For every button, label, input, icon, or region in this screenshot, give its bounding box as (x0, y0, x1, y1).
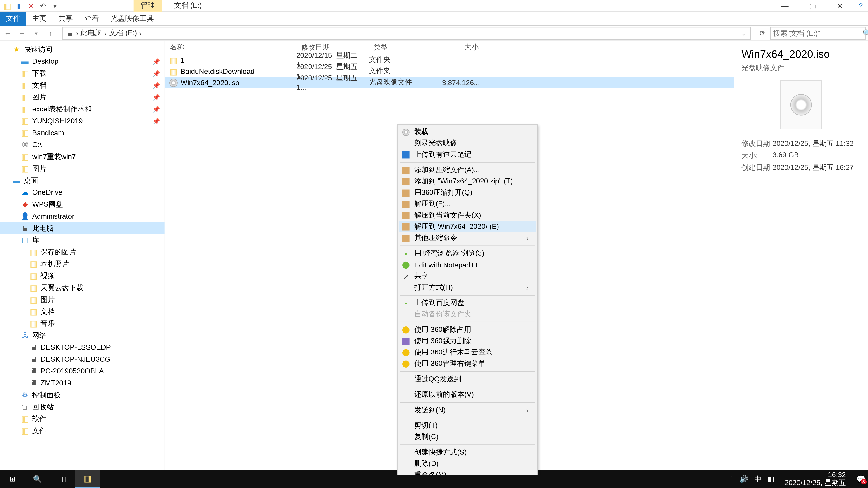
menu-item[interactable]: 使用 360解除占用 (399, 324, 536, 335)
tree-item[interactable]: ▥excel表格制作求和📌 (0, 103, 164, 115)
menu-item[interactable]: •上传到百度网盘 (399, 297, 536, 308)
tree-item[interactable]: 🗑回收站 (0, 401, 164, 413)
tree-item[interactable]: ▥保存的图片 (0, 246, 164, 258)
tree-item[interactable]: 🖥PC-20190530OBLA (0, 365, 164, 377)
menu-item[interactable]: 重命名(M) (399, 469, 536, 475)
menu-item[interactable]: •用 蜂蜜浏览器 浏览(3) (399, 248, 536, 259)
tab-file[interactable]: 文件 (0, 11, 26, 25)
tree-item[interactable]: ▥win7重装win7 (0, 151, 164, 163)
qat-undo-icon[interactable]: ↶ (38, 1, 48, 10)
start-button[interactable]: ⊞ (0, 470, 25, 488)
help-button[interactable]: ? (854, 0, 868, 11)
tree-item[interactable]: ▥图片 (0, 294, 164, 306)
tree-item[interactable]: 🖥DESKTOP-LSSOEDP (0, 341, 164, 353)
tree-item[interactable]: ☁OneDrive (0, 186, 164, 198)
refresh-button[interactable]: ⟳ (756, 26, 769, 39)
tree-item[interactable]: 🖥ZMT2019 (0, 377, 164, 389)
tree-item[interactable]: ▥视频 (0, 270, 164, 282)
back-button[interactable]: ← (1, 26, 14, 39)
tree-item[interactable]: 🖥此电脑 (0, 222, 164, 234)
tab-disc-image-tools[interactable]: 光盘映像工具 (105, 11, 160, 25)
menu-item[interactable]: 删除(D) (399, 458, 536, 469)
menu-item[interactable]: 添加到 "Win7x64_2020.zip" (T) (399, 176, 536, 187)
menu-item[interactable]: 上传到有道云笔记 (399, 149, 536, 160)
column-size[interactable]: 大小 (430, 42, 483, 53)
menu-item[interactable]: 打开方式(H)› (399, 282, 536, 293)
menu-item[interactable]: 解压到(F)... (399, 198, 536, 210)
search-icon[interactable]: 🔍 (863, 29, 868, 37)
forward-button[interactable]: → (16, 26, 29, 39)
tray-chevron-icon[interactable]: ˄ (730, 475, 733, 483)
ime-indicator[interactable]: 中 (754, 474, 762, 484)
search-input[interactable] (773, 29, 863, 37)
tree-item[interactable]: ▥下载📌 (0, 67, 164, 79)
search-button[interactable]: 🔍 (25, 470, 50, 488)
tree-item[interactable]: ▥Bandicam (0, 127, 164, 139)
tree-item[interactable]: ▥文档 (0, 306, 164, 318)
tree-item[interactable]: ▥文件 (0, 425, 164, 437)
tree-item[interactable]: ◆WPS网盘 (0, 198, 164, 210)
tree-item[interactable]: ▥YUNQISHI2019📌 (0, 115, 164, 127)
menu-item[interactable]: 发送到(N)› (399, 404, 536, 416)
search-box[interactable]: 🔍 (770, 26, 866, 39)
column-type[interactable]: 类型 (369, 42, 430, 53)
menu-item[interactable]: 还原以前的版本(V) (399, 389, 536, 400)
tree-item[interactable]: ★快速访问 (0, 43, 164, 56)
tree-item[interactable]: ▤库 (0, 234, 164, 246)
menu-item[interactable]: 用360压缩打开(Q) (399, 187, 536, 198)
menu-item[interactable]: 解压到 Win7x64_2020\ (E) (399, 221, 536, 232)
tree-item[interactable]: ▬Desktop📌 (0, 55, 164, 67)
file-list[interactable]: ▥12020/12/15, 星期二 1...文件夹▥BaiduNetdiskDo… (165, 54, 734, 88)
tree-item[interactable]: 🖥DESKTOP-NJEU3CG (0, 353, 164, 365)
breadcrumb[interactable]: 🖥 › 此电脑 › 文档 (E:) › ⌄ (62, 26, 751, 39)
recent-dropdown-icon[interactable]: ▾ (30, 26, 43, 39)
tab-view[interactable]: 查看 (79, 11, 105, 25)
menu-item[interactable]: 使用 360强力删除 (399, 335, 536, 347)
qat-dropdown-icon[interactable]: ▾ (50, 1, 60, 10)
menu-item[interactable]: 通过QQ发送到 (399, 373, 536, 385)
explorer-task-icon[interactable]: ▥ (75, 470, 100, 488)
menu-item[interactable]: 复制(C) (399, 431, 536, 443)
tree-item[interactable]: 🖧网络 (0, 329, 164, 341)
menu-item[interactable]: 使用 360进行木马云查杀 (399, 347, 536, 358)
menu-item[interactable]: 其他压缩命令› (399, 232, 536, 243)
tab-home[interactable]: 主页 (26, 11, 53, 25)
menu-item[interactable]: 刻录光盘映像 (399, 138, 536, 149)
navigation-pane[interactable]: ★快速访问▬Desktop📌▥下载📌▥文档📌▥图片📌▥excel表格制作求和📌▥… (0, 41, 165, 475)
tray-app-icon[interactable]: ◧ (767, 475, 774, 483)
maximize-button[interactable]: ▢ (799, 0, 826, 11)
tree-item[interactable]: ▥天翼云盘下载 (0, 282, 164, 294)
file-row[interactable]: ▥BaiduNetdiskDownload2020/12/25, 星期五 1..… (165, 66, 734, 77)
file-row[interactable]: ▥12020/12/15, 星期二 1...文件夹 (165, 54, 734, 66)
action-center-icon[interactable]: 💬3 (857, 475, 866, 483)
tree-item[interactable]: ▥软件 (0, 413, 164, 425)
clock[interactable]: 16:32 2020/12/25, 星期五 (780, 471, 850, 487)
menu-item[interactable]: 创建快捷方式(S) (399, 447, 536, 458)
menu-item[interactable]: 装载 (399, 126, 536, 138)
breadcrumb-item[interactable]: 文档 (E:) (108, 28, 138, 38)
minimize-button[interactable]: — (771, 0, 799, 11)
breadcrumb-dropdown-icon[interactable]: ⌄ (740, 29, 748, 37)
breadcrumb-item[interactable]: 此电脑 (79, 28, 103, 38)
task-view-button[interactable]: ◫ (50, 470, 75, 488)
column-name[interactable]: 名称 (165, 42, 296, 53)
tree-item[interactable]: ⚙控制面板 (0, 389, 164, 401)
menu-item[interactable]: 使用 360管理右键菜单 (399, 358, 536, 369)
tree-item[interactable]: ▥图片 (0, 163, 164, 175)
menu-item[interactable]: Edit with Notepad++ (399, 259, 536, 270)
up-button[interactable]: ↑ (44, 26, 57, 39)
tab-share[interactable]: 共享 (53, 11, 79, 25)
tree-item[interactable]: 👤Administrator (0, 210, 164, 222)
menu-item[interactable]: 剪切(T) (399, 420, 536, 431)
close-button[interactable]: ✕ (826, 0, 854, 11)
file-row[interactable]: Win7x64_2020.iso2020/12/25, 星期五 1...光盘映像… (165, 77, 734, 88)
menu-item[interactable]: 解压到当前文件夹(X) (399, 210, 536, 221)
menu-item[interactable]: 添加到压缩文件(A)... (399, 164, 536, 176)
volume-icon[interactable]: 🔊 (739, 475, 748, 483)
tree-item[interactable]: ▥本机照片 (0, 258, 164, 270)
tree-item[interactable]: ▥音乐 (0, 318, 164, 330)
menu-item[interactable]: ↗共享 (399, 270, 536, 282)
qat-pin-icon[interactable]: ▮ (14, 1, 24, 10)
tree-item[interactable]: ▬桌面 (0, 175, 164, 187)
tree-item[interactable]: ▥图片📌 (0, 91, 164, 103)
